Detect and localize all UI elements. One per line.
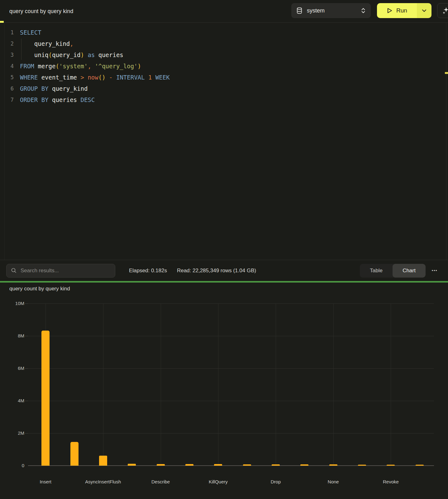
database-selector[interactable]: system [291,3,371,18]
x-gridline [103,303,103,466]
y-gridline [28,401,434,401]
chevron-down-icon [422,9,427,12]
code-line-text: SELECT [14,27,41,38]
code-line[interactable]: 2 query_kind, [0,38,448,49]
bar-unlabeled[interactable] [358,465,366,466]
chevron-up-down-icon [361,7,366,14]
y-gridline [28,303,434,304]
bar-AsyncInsertFlush[interactable] [99,456,107,466]
bar-unlabeled[interactable] [416,465,424,466]
sql-editor[interactable]: 1SELECT2 query_kind,3 uniq(query_id) as … [0,23,448,260]
code-line[interactable]: 6GROUP BY query_kind [0,83,448,94]
run-button-main[interactable]: Run [377,3,417,18]
x-gridline [333,303,334,466]
code-lines: 1SELECT2 query_kind,3 uniq(query_id) as … [0,27,448,105]
line-number: 6 [0,83,14,94]
y-tick [25,336,28,336]
x-axis-label: Insert [19,479,72,484]
tab-chart[interactable]: Chart [393,264,426,278]
bar-unlabeled[interactable] [128,464,136,466]
y-tick [25,433,28,434]
ai-assist-button[interactable] [437,3,448,18]
line-number: 4 [0,61,14,72]
code-line[interactable]: 5WHERE event_time > now() - INTERVAL 1 W… [0,72,448,83]
x-gridline [391,303,391,466]
y-axis-label: 8M [0,333,24,338]
active-tab-accent [0,21,4,23]
code-line[interactable]: 3 uniq(query_id) as queries [0,49,448,61]
bar-None[interactable] [329,464,337,466]
y-tick [25,303,28,304]
x-axis-label: None [307,479,360,484]
y-axis-label: 2M [0,430,24,436]
line-number: 1 [0,27,14,38]
x-axis-label: Revoke [364,479,417,484]
y-tick [25,368,28,369]
line-number: 3 [0,49,14,61]
code-line-text: FROM merge('system', '^query_log') [14,61,141,72]
x-axis-label: KillQuery [192,479,245,484]
line-number: 2 [0,38,14,49]
y-axis-label: 0 [0,463,24,468]
view-toggle: Table Chart [360,264,426,278]
y-axis-label: 4M [0,398,24,403]
code-line[interactable]: 7ORDER BY queries DESC [0,94,448,105]
code-line-text: query_kind, [14,38,74,49]
line-number: 7 [0,94,14,105]
read-stat: Read: 22,285,349 rows (1.04 GB) [177,268,256,274]
database-icon [296,7,303,14]
code-line[interactable]: 4FROM merge('system', '^query_log') [0,61,448,72]
code-line-text: uniq(query_id) as queries [14,49,123,61]
x-gridline [276,303,276,466]
top-bar: query count by query kind system Run [0,0,448,23]
tab-table[interactable]: Table [360,264,393,278]
chart-title: query count by query kind [9,286,70,292]
x-axis-label: Drop [249,479,302,484]
run-button[interactable]: Run [377,3,431,18]
results-toolbar: Elapsed: 0.182s Read: 22,285,349 rows (1… [0,260,448,281]
x-axis-label: AsyncInsertFlush [77,479,130,484]
code-line-text: GROUP BY query_kind [14,83,88,94]
bar-unlabeled[interactable] [185,464,193,466]
bar-unlabeled[interactable] [300,464,308,466]
x-axis-line [28,465,434,466]
code-line-text: ORDER BY queries DESC [14,94,95,105]
bar-Insert[interactable] [41,331,50,466]
editor-left-border [4,23,5,260]
bar-unlabeled[interactable] [243,464,251,466]
x-axis-label: Describe [134,479,187,484]
search-results-box[interactable] [6,264,115,278]
elapsed-stat: Elapsed: 0.182s [129,268,167,274]
search-icon [11,268,17,274]
y-axis-label: 10M [0,301,24,306]
sparkle-icon [442,7,448,15]
bar-Revoke[interactable] [387,465,395,466]
code-line-text: WHERE event_time > now() - INTERVAL 1 WE… [14,72,170,83]
y-gridline [28,433,434,434]
chart-panel: query count by query kind 10M8M6M4M2M0In… [0,283,448,499]
bar-Describe[interactable] [157,464,165,466]
bar-KillQuery[interactable] [214,464,222,466]
query-title: query count by query kind [9,0,73,22]
more-options-icon[interactable]: ••• [432,268,437,273]
y-axis-label: 6M [0,366,24,371]
database-selector-value: system [307,7,361,14]
bar-Drop[interactable] [272,464,280,466]
bar-unlabeled[interactable] [70,442,79,466]
x-gridline [161,303,161,466]
search-results-input[interactable] [21,268,111,274]
y-gridline [28,336,434,336]
x-gridline [218,303,218,466]
overview-ruler-marker [445,72,448,74]
run-options-button[interactable] [417,3,431,18]
line-number: 5 [0,72,14,83]
code-line[interactable]: 1SELECT [0,27,448,38]
y-tick [25,401,28,401]
y-gridline [28,368,434,369]
play-icon [387,7,393,14]
run-button-label: Run [396,7,407,14]
indent-guide [21,39,21,60]
